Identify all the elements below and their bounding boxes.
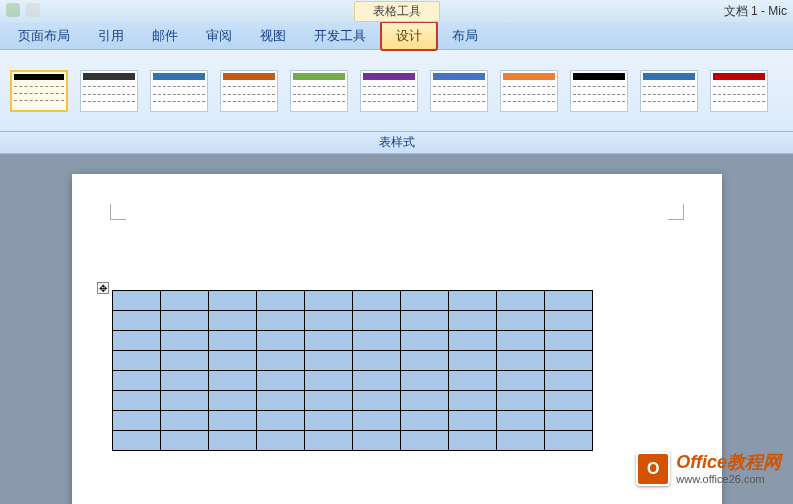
browser-tab[interactable] [6, 3, 20, 17]
table-cell[interactable] [256, 371, 304, 391]
table-cell[interactable] [448, 311, 496, 331]
table-cell[interactable] [544, 431, 592, 451]
table-cell[interactable] [304, 431, 352, 451]
table-style-thumb[interactable] [220, 70, 278, 112]
table-cell[interactable] [352, 311, 400, 331]
table-cell[interactable] [448, 391, 496, 411]
ribbon-tab-审阅[interactable]: 审阅 [192, 21, 246, 51]
table-cell[interactable] [160, 411, 208, 431]
table-cell[interactable] [448, 371, 496, 391]
table-cell[interactable] [304, 371, 352, 391]
table-cell[interactable] [112, 331, 160, 351]
ribbon-tab-开发工具[interactable]: 开发工具 [300, 21, 380, 51]
table-style-thumb[interactable] [430, 70, 488, 112]
table-cell[interactable] [208, 331, 256, 351]
table-cell[interactable] [208, 351, 256, 371]
table-cell[interactable] [352, 291, 400, 311]
table-cell[interactable] [544, 351, 592, 371]
table-cell[interactable] [352, 431, 400, 451]
table-cell[interactable] [208, 311, 256, 331]
table-cell[interactable] [448, 411, 496, 431]
table-cell[interactable] [400, 291, 448, 311]
table-style-thumb[interactable] [360, 70, 418, 112]
table-cell[interactable] [496, 291, 544, 311]
table-cell[interactable] [304, 351, 352, 371]
table-cell[interactable] [256, 411, 304, 431]
table-style-thumb[interactable] [290, 70, 348, 112]
ribbon-tab-布局[interactable]: 布局 [438, 21, 492, 51]
table-cell[interactable] [400, 371, 448, 391]
table-cell[interactable] [352, 391, 400, 411]
table-cell[interactable] [544, 291, 592, 311]
table-cell[interactable] [544, 331, 592, 351]
table-cell[interactable] [112, 291, 160, 311]
ribbon-tab-引用[interactable]: 引用 [84, 21, 138, 51]
ribbon-tab-设计[interactable]: 设计 [380, 21, 438, 51]
table-cell[interactable] [400, 391, 448, 411]
table-cell[interactable] [112, 371, 160, 391]
table-cell[interactable] [352, 351, 400, 371]
table-cell[interactable] [544, 371, 592, 391]
table-cell[interactable] [448, 431, 496, 451]
table-cell[interactable] [448, 351, 496, 371]
table-cell[interactable] [544, 411, 592, 431]
table-cell[interactable] [256, 391, 304, 411]
table-cell[interactable] [496, 331, 544, 351]
table-cell[interactable] [160, 391, 208, 411]
table-cell[interactable] [352, 371, 400, 391]
table-cell[interactable] [400, 351, 448, 371]
table-anchor-handle[interactable]: ✥ [97, 282, 109, 294]
table-cell[interactable] [208, 371, 256, 391]
table-style-thumb[interactable] [80, 70, 138, 112]
table-cell[interactable] [160, 351, 208, 371]
ribbon-tab-视图[interactable]: 视图 [246, 21, 300, 51]
table-cell[interactable] [112, 431, 160, 451]
document-table[interactable] [112, 290, 593, 451]
table-style-thumb[interactable] [10, 70, 68, 112]
table-cell[interactable] [496, 391, 544, 411]
table-cell[interactable] [112, 311, 160, 331]
table-cell[interactable] [256, 431, 304, 451]
table-style-thumb[interactable] [710, 70, 768, 112]
table-cell[interactable] [448, 291, 496, 311]
table-cell[interactable] [496, 371, 544, 391]
table-cell[interactable] [256, 351, 304, 371]
table-cell[interactable] [208, 391, 256, 411]
table-cell[interactable] [208, 291, 256, 311]
table-cell[interactable] [304, 391, 352, 411]
table-cell[interactable] [304, 411, 352, 431]
table-cell[interactable] [400, 411, 448, 431]
table-cell[interactable] [112, 391, 160, 411]
ribbon-tab-邮件[interactable]: 邮件 [138, 21, 192, 51]
table-cell[interactable] [112, 351, 160, 371]
table-cell[interactable] [496, 351, 544, 371]
table-cell[interactable] [496, 431, 544, 451]
table-cell[interactable] [112, 411, 160, 431]
browser-tab[interactable] [26, 3, 40, 17]
table-cell[interactable] [304, 291, 352, 311]
table-cell[interactable] [400, 431, 448, 451]
table-cell[interactable] [352, 411, 400, 431]
table-cell[interactable] [160, 371, 208, 391]
table-cell[interactable] [208, 411, 256, 431]
table-cell[interactable] [400, 331, 448, 351]
table-style-thumb[interactable] [570, 70, 628, 112]
table-cell[interactable] [208, 431, 256, 451]
table-cell[interactable] [160, 331, 208, 351]
table-style-thumb[interactable] [150, 70, 208, 112]
table-cell[interactable] [400, 311, 448, 331]
table-cell[interactable] [160, 291, 208, 311]
table-cell[interactable] [448, 331, 496, 351]
table-cell[interactable] [352, 331, 400, 351]
table-cell[interactable] [304, 331, 352, 351]
table-cell[interactable] [256, 311, 304, 331]
table-cell[interactable] [256, 331, 304, 351]
table-cell[interactable] [544, 311, 592, 331]
table-style-thumb[interactable] [640, 70, 698, 112]
table-cell[interactable] [160, 431, 208, 451]
table-cell[interactable] [256, 291, 304, 311]
ribbon-tab-页面布局[interactable]: 页面布局 [4, 21, 84, 51]
table-style-thumb[interactable] [500, 70, 558, 112]
table-cell[interactable] [496, 411, 544, 431]
table-cell[interactable] [544, 391, 592, 411]
